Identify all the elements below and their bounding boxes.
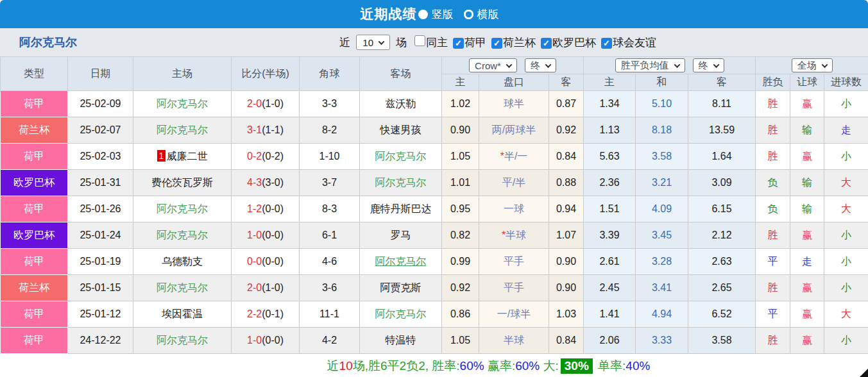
handicap-value: 半球: [506, 230, 526, 240]
date-cell: 25-01-19: [68, 249, 133, 275]
corners-cell: 3-3: [300, 91, 360, 117]
avg-odds-select[interactable]: 胜平负均值: [615, 58, 685, 72]
avg-lose-cell: 6.52: [688, 301, 756, 328]
crow-away-odds-cell: 0.84: [549, 328, 584, 354]
result-cell: 平: [756, 249, 790, 275]
score-cell: 1-0(0-0): [232, 222, 300, 249]
matches-label: 场: [396, 35, 407, 50]
summary-footer: 近10场,胜6平2负2, 胜率:60% 赢率:60% 大:30% 单率:40%: [0, 354, 868, 377]
away-team-cell: 阿尔克马尔: [360, 170, 442, 196]
league-1-checkbox[interactable]: ✓: [491, 38, 502, 49]
avg-draw-cell: 3.58: [636, 144, 688, 170]
col-header-score: 比分(半场): [232, 57, 300, 91]
fulltime-score: 1-0: [247, 230, 262, 240]
home-team-link[interactable]: 阿尔克马尔: [157, 98, 208, 109]
odds-time-select[interactable]: 终: [525, 58, 556, 72]
home-team-link[interactable]: 威廉二世: [166, 151, 207, 162]
away-team-link[interactable]: 阿贾克斯: [380, 282, 421, 293]
summary-segment: 10: [339, 359, 353, 373]
home-team-link[interactable]: 阿尔克马尔: [157, 124, 208, 135]
away-team-cell: 阿尔克马尔: [360, 249, 442, 275]
crow-away-odds-cell: 0.90: [549, 249, 584, 275]
league-cell: 欧罗巴杯: [1, 170, 68, 196]
away-team-link[interactable]: 快速男孩: [380, 124, 421, 135]
layout-radio-group: 竖版横版: [417, 7, 508, 22]
crow-home-odds-cell: 0.99: [442, 249, 479, 275]
avg-time-select[interactable]: 终: [693, 58, 724, 72]
home-team-link[interactable]: 阿尔克马尔: [157, 282, 208, 293]
team-name-link[interactable]: 阿尔克马尔: [19, 35, 77, 50]
league-cell: 荷甲: [1, 144, 68, 170]
crow-home-odds-cell: 0.92: [442, 275, 479, 301]
odds-group-header: Crow* 终: [442, 57, 584, 74]
date-cell: 25-01-31: [68, 170, 133, 196]
same-home-checkbox[interactable]: [414, 35, 425, 46]
fulltime-score: 3-1: [247, 124, 262, 135]
rang-result-cell: 赢: [790, 91, 824, 117]
avg-lose-cell: 1.64: [688, 144, 756, 170]
home-team-link[interactable]: 阿尔克马尔: [157, 203, 208, 214]
avg-lose-cell: 6.15: [688, 196, 756, 222]
avg-win-cell: 2.45: [584, 275, 636, 301]
league-cell: 荷兰杯: [1, 275, 68, 301]
avg-draw-cell: 3.21: [636, 170, 688, 196]
halftime-score: (1-0): [262, 282, 284, 293]
handicap-value: 平/半: [502, 177, 525, 188]
score-cell: 4-3(3-0): [232, 170, 300, 196]
summary-segment: 60%: [515, 359, 540, 373]
rang-result-cell: 赢: [790, 301, 824, 328]
league-2-checkbox[interactable]: ✓: [541, 38, 552, 49]
fulltime-score: 4-3: [247, 177, 262, 188]
away-team-cell: 阿尔克马尔: [360, 301, 442, 328]
sub-header-result: 胜负: [756, 74, 790, 91]
date-cell: 24-12-22: [68, 328, 133, 354]
period-select[interactable]: 全场: [792, 58, 833, 72]
league-3-label: 球会友谊: [613, 37, 656, 49]
fulltime-score: 2-0: [247, 98, 262, 109]
away-team-link[interactable]: 特温特: [386, 335, 416, 346]
crow-away-odds-cell: 0.92: [549, 117, 584, 144]
away-team-cell: 兹沃勒: [360, 91, 442, 117]
league-3-checkbox[interactable]: ✓: [601, 38, 612, 49]
away-team-link[interactable]: 阿尔克马尔: [375, 151, 427, 162]
corners-cell: 8-3: [300, 196, 360, 222]
layout-radio[interactable]: [418, 10, 428, 19]
date-cell: 25-02-07: [68, 117, 133, 144]
match-count-select[interactable]: 10: [356, 35, 390, 50]
avg-lose-cell: 8.11: [688, 91, 756, 117]
league-cell: 荷甲: [1, 249, 68, 275]
date-cell: 25-01-15: [68, 275, 133, 301]
home-team-link[interactable]: 埃因霍温: [162, 308, 203, 319]
date-cell: 25-02-03: [68, 144, 133, 170]
score-cell: 2-0(1-0): [232, 91, 300, 117]
rank-badge: 1: [157, 150, 166, 162]
rang-result-cell: 赢: [790, 275, 824, 301]
home-team-link[interactable]: 费伦茨瓦罗斯: [151, 177, 213, 188]
chevron-down-icon: [674, 62, 680, 68]
league-cell: 欧罗巴杯: [1, 222, 68, 249]
home-team-cell: 阿尔克马尔: [133, 222, 232, 249]
resize-handle[interactable]: [860, 369, 868, 377]
home-team-cell: 乌德勒支: [133, 249, 232, 275]
handicap-value: 平手: [504, 282, 524, 293]
away-team-link[interactable]: 兹沃勒: [386, 98, 416, 109]
home-team-link[interactable]: 乌德勒支: [162, 256, 203, 267]
away-team-link[interactable]: 罗马: [391, 230, 411, 240]
handicap-value: 一球: [504, 203, 524, 214]
odds-company-select[interactable]: Crow*: [469, 58, 517, 72]
home-team-cell: 阿尔克马尔: [133, 91, 232, 117]
away-team-link[interactable]: 阿尔克马尔: [375, 308, 427, 319]
away-team-link[interactable]: 阿尔克马尔: [375, 256, 427, 267]
away-team-link[interactable]: 阿尔克马尔: [375, 177, 427, 188]
home-team-link[interactable]: 阿尔克马尔: [157, 230, 208, 240]
avg-draw-cell: 4.09: [636, 196, 688, 222]
halftime-score: (1-0): [262, 98, 284, 109]
crow-away-odds-cell: 0.90: [549, 275, 584, 301]
home-team-link[interactable]: 阿尔克马尔: [157, 335, 208, 346]
result-cell: 胜: [756, 144, 790, 170]
handicap-cell: 一/球半: [479, 301, 549, 328]
away-team-link[interactable]: 鹿特丹斯巴达: [370, 203, 432, 214]
crow-away-odds-cell: 1.03: [549, 301, 584, 328]
league-0-checkbox[interactable]: ✓: [453, 38, 464, 49]
layout-radio[interactable]: [464, 10, 473, 19]
